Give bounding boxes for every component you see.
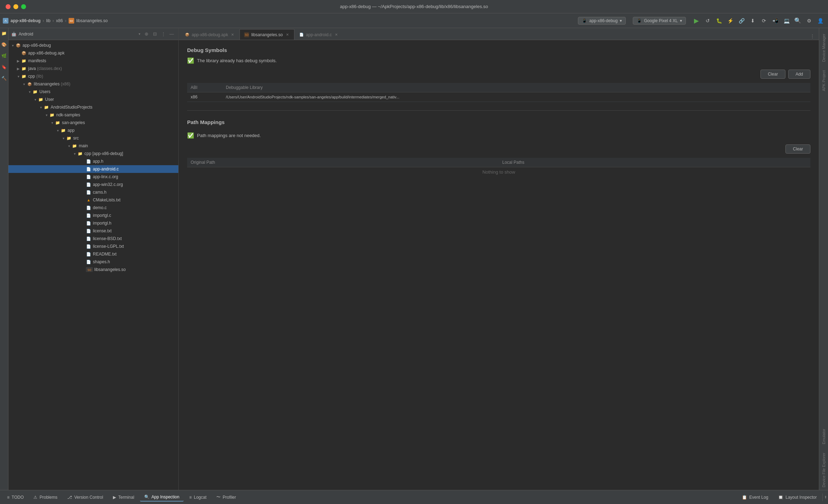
- tree-item-importgl-h[interactable]: 📄 importgl.h: [8, 219, 178, 227]
- tree-item-importgl-c[interactable]: 📄 importgl.c: [8, 212, 178, 219]
- tree-item-src[interactable]: ▾ 📁 src: [8, 134, 178, 142]
- tree-item-app[interactable]: ▾ 📁 app: [8, 127, 178, 134]
- breadcrumb-lib[interactable]: lib: [46, 18, 50, 23]
- collapse-all-button[interactable]: ⊟: [151, 30, 159, 38]
- bottom-tab-todo[interactable]: ≡ TODO: [3, 493, 28, 501]
- tree-item-demo-c[interactable]: 📄 demo.c: [8, 204, 178, 212]
- tree-label: importgl.h: [93, 221, 112, 226]
- debug-button[interactable]: 🐛: [714, 16, 724, 26]
- tree-item-license-txt[interactable]: 📄 license.txt: [8, 227, 178, 235]
- tab-close-apk[interactable]: ✕: [230, 32, 235, 37]
- tree-item-shapes-h[interactable]: 📄 shapes.h: [8, 258, 178, 266]
- table-row[interactable]: x86 /Users/User/AndroidStudioProjects/nd…: [187, 92, 810, 102]
- tree-item-apk[interactable]: 📦 app-x86-debug.apk: [8, 49, 178, 57]
- minimize-button[interactable]: [13, 4, 18, 9]
- tree-item-cpp-build[interactable]: ▾ 📁 cpp [app-x86-debug]: [8, 150, 178, 157]
- deploy-button[interactable]: ⬇: [748, 16, 758, 26]
- tree-item-java[interactable]: ▶ 📁 java (classes.dex): [8, 65, 178, 72]
- expand-bottom-button[interactable]: ⬆: [824, 493, 827, 501]
- tree-item-cpp[interactable]: ▾ 📁 cpp (lib): [8, 72, 178, 80]
- tree-item-app-h[interactable]: 📄 app.h: [8, 157, 178, 165]
- bottom-tab-layout-inspector[interactable]: 🔲 Layout Inspector: [774, 493, 821, 501]
- bookmarks-icon[interactable]: 🔖: [1, 65, 8, 72]
- bottom-tab-problems[interactable]: ⚠ Problems: [29, 493, 62, 501]
- breadcrumb-file[interactable]: libsanangeles.so: [76, 18, 108, 23]
- device-selector[interactable]: 📱 app-x86-debug ▾: [578, 17, 626, 25]
- tab-c[interactable]: 📄 app-android.c ✕: [294, 29, 343, 40]
- tab-so[interactable]: so libsanangeles.so ✕: [240, 29, 294, 40]
- tree-item-app-android-c[interactable]: 📄 app-android.c: [8, 165, 178, 173]
- debug-symbols-status: ✅ The library already has debug symbols.: [187, 57, 810, 64]
- tree-item-libsanangeles-so[interactable]: so libsanangeles.so: [8, 266, 178, 273]
- tab-close-c[interactable]: ✕: [334, 32, 339, 37]
- path-value: /Users/User/AndroidStudioProjects/ndk-sa…: [226, 95, 399, 99]
- run-button[interactable]: ▶: [692, 16, 701, 26]
- tree-item-app-x86[interactable]: ▾ 📦 app-x86-debug: [8, 41, 178, 49]
- version-control-icon: ⎇: [67, 495, 72, 500]
- bottom-tab-logcat[interactable]: ≡ Logcat: [185, 493, 211, 501]
- tree-label: main: [79, 143, 88, 148]
- add-debug-symbols-button[interactable]: Add: [788, 70, 810, 79]
- profile-button[interactable]: ⚡: [725, 16, 735, 26]
- breadcrumb-project[interactable]: app-x86-debug: [11, 18, 40, 23]
- user-button[interactable]: 👤: [815, 16, 825, 26]
- settings-button[interactable]: ⚙: [804, 16, 814, 26]
- bottom-tab-app-inspection[interactable]: 🔍 App Inspection: [140, 493, 184, 502]
- clear-path-mappings-button[interactable]: Clear: [785, 144, 810, 154]
- locate-file-button[interactable]: ⊕: [142, 30, 150, 38]
- tree-label: libsanangeles: [34, 82, 59, 86]
- tree-item-Users[interactable]: ▾ 📁 Users: [8, 88, 178, 96]
- tab-close-so[interactable]: ✕: [285, 32, 290, 37]
- device-manager-button[interactable]: 💻: [782, 16, 791, 26]
- sidebar-tab-device-manager[interactable]: Device Manager: [821, 31, 827, 65]
- tree-item-san-angeles[interactable]: ▾ 📁 san-angeles: [8, 119, 178, 127]
- rerun-button[interactable]: ↺: [703, 16, 713, 26]
- avd-button[interactable]: 📲: [770, 16, 780, 26]
- resource-icon[interactable]: 🎨: [1, 42, 8, 49]
- tree-item-libsanangeles[interactable]: ▾ 📦 libsanangeles (x86): [8, 80, 178, 88]
- tree-item-ndk-samples[interactable]: ▾ 📁 ndk-samples: [8, 111, 178, 119]
- breadcrumb-x86[interactable]: x86: [56, 18, 63, 23]
- project-icon[interactable]: 📁: [1, 31, 8, 38]
- close-button[interactable]: [6, 4, 11, 9]
- bottom-tab-event-log[interactable]: 📋 Event Log: [738, 493, 772, 501]
- minimize-panel-button[interactable]: —: [168, 30, 176, 38]
- tree-item-cmake[interactable]: ▲ CMakeLists.txt: [8, 196, 178, 204]
- sidebar-tab-emulator[interactable]: Emulator: [821, 426, 827, 447]
- bottom-tab-terminal[interactable]: ▶ Terminal: [109, 493, 138, 501]
- clear-debug-symbols-button[interactable]: Clear: [760, 70, 785, 79]
- tree-item-cams-h[interactable]: 📄 cams.h: [8, 188, 178, 196]
- tree-item-app-linx[interactable]: 📄 app-linx.c.org: [8, 173, 178, 181]
- main-layout: 📁 🎨 🌿 🔖 🔨 🤖 Android ▾ ⊕ ⊟ ⋮ — ▾ 📦 app-x8: [0, 28, 828, 490]
- attach-button[interactable]: 🔗: [737, 16, 746, 26]
- apk-tab-icon: 📦: [185, 32, 190, 37]
- tree-item-AndroidStudioProjects[interactable]: ▾ 📁 AndroidStudioProjects: [8, 103, 178, 111]
- tree-item-app-win32[interactable]: 📄 app-win32.c.org: [8, 181, 178, 188]
- nothing-to-show: Nothing to show: [187, 167, 810, 177]
- bottom-tab-version-control[interactable]: ⎇ Version Control: [63, 493, 107, 501]
- sync-button[interactable]: ⟳: [759, 16, 769, 26]
- panel-dropdown-arrow[interactable]: ▾: [139, 32, 140, 36]
- tree-item-license-bsd[interactable]: 📄 license-BSD.txt: [8, 235, 178, 243]
- tree-item-license-lgpl[interactable]: 📄 license-LGPL.txt: [8, 243, 178, 250]
- tab-apk[interactable]: 📦 app-x86-debug.apk ✕: [180, 29, 240, 40]
- sidebar-tab-device-file-explorer[interactable]: Device File Explorer: [821, 450, 827, 490]
- more-tabs-button[interactable]: ⋮: [808, 32, 816, 40]
- maximize-button[interactable]: [21, 4, 26, 9]
- file-icon: 📄: [86, 228, 91, 234]
- status-ok-icon: ✅: [187, 57, 194, 64]
- structure-icon[interactable]: 🌿: [1, 53, 8, 60]
- tree-item-main[interactable]: ▾ 📁 main: [8, 142, 178, 150]
- traffic-lights[interactable]: [6, 4, 26, 9]
- tree-item-manifests[interactable]: ▶ 📁 manifests: [8, 57, 178, 65]
- bottom-tab-profiler[interactable]: 〜 Profiler: [212, 493, 240, 502]
- sidebar-tab-apk-project[interactable]: APK Project: [821, 67, 827, 94]
- tree-label: Users: [39, 89, 50, 94]
- search-button[interactable]: 🔍: [793, 16, 803, 26]
- dots-button[interactable]: ⋮: [159, 30, 167, 38]
- build-icon[interactable]: 🔨: [1, 76, 8, 83]
- tree-item-User[interactable]: ▾ 📁 User: [8, 96, 178, 103]
- emulator-selector[interactable]: 📱 Google Pixel 4 XL ▾: [633, 17, 686, 25]
- tree-item-readme[interactable]: 📄 README.txt: [8, 250, 178, 258]
- device-name: app-x86-debug: [589, 18, 618, 23]
